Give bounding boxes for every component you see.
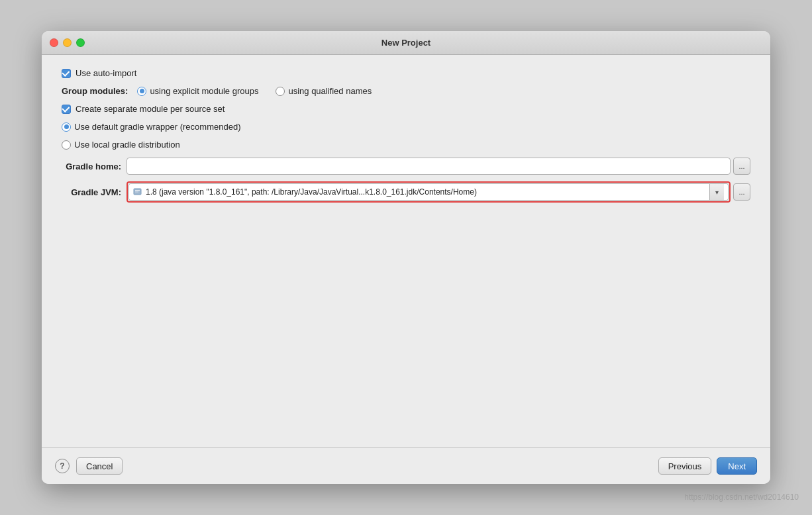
default-gradle-radio[interactable] [62,122,71,132]
minimize-button[interactable] [63,38,72,47]
previous-button[interactable]: Previous [658,457,712,475]
jvm-icon [133,187,142,197]
close-button[interactable] [50,38,58,47]
form-content: Use auto-import Group modules: using exp… [42,55,770,447]
jvm-select-inner: 1.8 (java version "1.8.0_161", path: /Li… [133,187,709,197]
gradle-home-input[interactable] [127,158,731,175]
create-separate-module-checkbox[interactable] [62,105,71,114]
gradle-jvm-label: Gradle JVM: [62,187,121,197]
qualified-names-label: using qualified names [288,86,372,96]
window-title: New Project [381,38,431,48]
title-bar: New Project [42,31,770,55]
use-default-gradle-row: Use default gradle wrapper (recommended) [62,122,750,132]
local-gradle-radio[interactable] [62,140,71,150]
group-modules-option2[interactable]: using qualified names [276,86,372,96]
default-gradle-label: Use default gradle wrapper (recommended) [74,122,240,132]
create-separate-module-row: Create separate module per source set [62,104,750,114]
main-content-area [62,209,750,434]
gradle-jvm-field-wrapper: 1.8 (java version "1.8.0_161", path: /Li… [127,181,731,203]
bottom-bar: ? Cancel Previous Next [42,447,770,484]
gradle-jvm-browse-button[interactable]: ... [733,183,750,201]
use-local-gradle-row: Use local gradle distribution [62,140,750,150]
explicit-module-groups-radio[interactable] [137,87,146,96]
new-project-window: New Project Use auto-import Group module… [42,31,770,484]
group-modules-option1[interactable]: using explicit module groups [137,86,258,96]
gradle-jvm-select[interactable]: 1.8 (java version "1.8.0_161", path: /Li… [128,183,729,201]
default-gradle-option[interactable]: Use default gradle wrapper (recommended) [62,122,240,132]
gradle-jvm-row: Gradle JVM: 1.8 (java version "1.8.0_161… [62,181,750,203]
gradle-jvm-value: 1.8 (java version "1.8.0_161", path: /Li… [146,187,477,197]
qualified-names-radio[interactable] [276,87,285,96]
svg-rect-1 [135,190,140,191]
svg-rect-2 [135,192,138,193]
local-gradle-label: Use local gradle distribution [74,140,180,150]
explicit-module-groups-label: using explicit module groups [150,86,258,96]
gradle-home-label: Gradle home: [62,162,121,171]
use-auto-import-checkbox[interactable] [62,69,71,78]
maximize-button[interactable] [76,38,85,47]
next-button[interactable]: Next [717,457,757,475]
gradle-home-row: Gradle home: ... [62,158,750,175]
use-auto-import-label: Use auto-import [76,68,136,78]
use-auto-import-row: Use auto-import [62,68,750,78]
group-modules-row: Group modules: using explicit module gro… [62,86,750,96]
group-modules-label: Group modules: [62,86,128,96]
help-button[interactable]: ? [55,459,70,473]
gradle-home-browse-button[interactable]: ... [733,158,750,175]
traffic-lights [50,38,85,47]
watermark: https://blog.csdn.net/wd2014610 [684,492,799,502]
local-gradle-option[interactable]: Use local gradle distribution [62,140,180,150]
create-separate-module-label: Create separate module per source set [76,104,225,114]
jvm-dropdown-arrow[interactable]: ▾ [709,183,724,201]
cancel-button[interactable]: Cancel [76,457,123,475]
